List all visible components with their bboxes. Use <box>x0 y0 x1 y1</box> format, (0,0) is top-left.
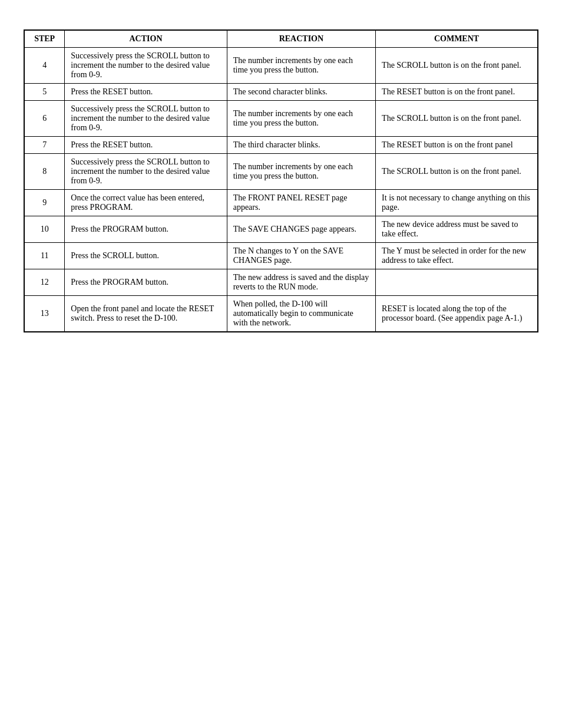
cell-reaction: The third character blinks. <box>227 137 375 154</box>
cell-action: Press the PROGRAM button. <box>65 216 227 243</box>
table-row: 10Press the PROGRAM button.The SAVE CHAN… <box>24 216 538 243</box>
cell-reaction: The N changes to Y on the SAVE CHANGES p… <box>227 243 375 269</box>
table-row: 8Successively press the SCROLL button to… <box>24 154 538 190</box>
cell-reaction: The second character blinks. <box>227 84 375 101</box>
cell-step: 5 <box>24 84 65 101</box>
cell-action: Press the SCROLL button. <box>65 243 227 269</box>
cell-action: Press the RESET button. <box>65 137 227 154</box>
table-row: 5Press the RESET button.The second chara… <box>24 84 538 101</box>
cell-step: 8 <box>24 154 65 190</box>
cell-comment: The SCROLL button is on the front panel. <box>376 101 538 137</box>
table-row: 11Press the SCROLL button.The N changes … <box>24 243 538 269</box>
cell-action: Press the PROGRAM button. <box>65 269 227 296</box>
cell-reaction: When polled, the D-100 will automaticall… <box>227 296 375 332</box>
main-table-container: STEP ACTION REACTION COMMENT 4Successive… <box>24 29 538 332</box>
cell-step: 11 <box>24 243 65 269</box>
table-row: 4Successively press the SCROLL button to… <box>24 48 538 84</box>
cell-action: Open the front panel and locate the RESE… <box>65 296 227 332</box>
cell-action: Successively press the SCROLL button to … <box>65 101 227 137</box>
cell-comment: The new device address must be saved to … <box>376 216 538 243</box>
table-row: 6Successively press the SCROLL button to… <box>24 101 538 137</box>
cell-action: Once the correct value has been entered,… <box>65 190 227 216</box>
header-comment: COMMENT <box>376 30 538 48</box>
cell-comment: The RESET button is on the front panel. <box>376 84 538 101</box>
table-row: 13Open the front panel and locate the RE… <box>24 296 538 332</box>
cell-action: Successively press the SCROLL button to … <box>65 154 227 190</box>
cell-reaction: The number increments by one each time y… <box>227 48 375 84</box>
cell-action: Press the RESET button. <box>65 84 227 101</box>
procedure-table: STEP ACTION REACTION COMMENT 4Successive… <box>24 29 538 332</box>
cell-step: 6 <box>24 101 65 137</box>
header-step: STEP <box>24 30 65 48</box>
cell-step: 4 <box>24 48 65 84</box>
header-action: ACTION <box>65 30 227 48</box>
cell-step: 12 <box>24 269 65 296</box>
cell-comment: The SCROLL button is on the front panel. <box>376 48 538 84</box>
table-row: 12Press the PROGRAM button.The new addre… <box>24 269 538 296</box>
cell-comment: RESET is located along the top of the pr… <box>376 296 538 332</box>
cell-step: 10 <box>24 216 65 243</box>
table-row: 9Once the correct value has been entered… <box>24 190 538 216</box>
header-reaction: REACTION <box>227 30 375 48</box>
table-row: 7Press the RESET button.The third charac… <box>24 137 538 154</box>
cell-step: 7 <box>24 137 65 154</box>
cell-comment: It is not necessary to change anything o… <box>376 190 538 216</box>
cell-step: 9 <box>24 190 65 216</box>
cell-reaction: The FRONT PANEL RESET page appears. <box>227 190 375 216</box>
cell-action: Successively press the SCROLL button to … <box>65 48 227 84</box>
cell-reaction: The number increments by one each time y… <box>227 101 375 137</box>
cell-step: 13 <box>24 296 65 332</box>
cell-comment <box>376 269 538 296</box>
cell-reaction: The number increments by one each time y… <box>227 154 375 190</box>
table-header-row: STEP ACTION REACTION COMMENT <box>24 30 538 48</box>
cell-reaction: The new address is saved and the display… <box>227 269 375 296</box>
cell-reaction: The SAVE CHANGES page appears. <box>227 216 375 243</box>
cell-comment: The SCROLL button is on the front panel. <box>376 154 538 190</box>
cell-comment: The Y must be selected in order for the … <box>376 243 538 269</box>
cell-comment: The RESET button is on the front panel <box>376 137 538 154</box>
